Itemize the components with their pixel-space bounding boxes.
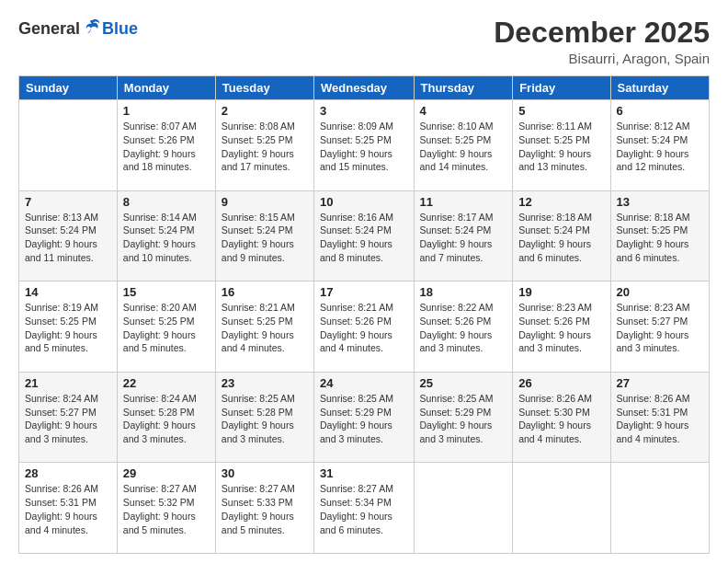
- calendar-day-21: 21Sunrise: 8:24 AMSunset: 5:27 PMDayligh…: [19, 372, 118, 463]
- calendar-day-31: 31Sunrise: 8:27 AMSunset: 5:34 PMDayligh…: [314, 463, 415, 554]
- day-info: Sunrise: 8:15 AMSunset: 5:24 PMDaylight:…: [222, 211, 308, 265]
- calendar-day-20: 20Sunrise: 8:23 AMSunset: 5:27 PMDayligh…: [610, 282, 710, 373]
- day-number: 14: [25, 285, 111, 299]
- day-info: Sunrise: 8:17 AMSunset: 5:24 PMDaylight:…: [420, 211, 507, 265]
- calendar-week-row: 21Sunrise: 8:24 AMSunset: 5:27 PMDayligh…: [19, 372, 710, 463]
- day-number: 2: [222, 104, 308, 118]
- day-info: Sunrise: 8:25 AMSunset: 5:29 PMDaylight:…: [320, 392, 408, 446]
- calendar-day-15: 15Sunrise: 8:20 AMSunset: 5:25 PMDayligh…: [117, 282, 215, 373]
- calendar-day-25: 25Sunrise: 8:25 AMSunset: 5:29 PMDayligh…: [414, 372, 513, 463]
- day-info: Sunrise: 8:13 AMSunset: 5:24 PMDaylight:…: [25, 211, 111, 265]
- day-number: 31: [320, 466, 408, 480]
- calendar-day-13: 13Sunrise: 8:18 AMSunset: 5:25 PMDayligh…: [610, 190, 710, 282]
- calendar-day-16: 16Sunrise: 8:21 AMSunset: 5:25 PMDayligh…: [215, 282, 313, 373]
- calendar-empty-cell: [19, 100, 118, 191]
- calendar-day-23: 23Sunrise: 8:25 AMSunset: 5:28 PMDayligh…: [215, 372, 313, 463]
- day-info: Sunrise: 8:24 AMSunset: 5:28 PMDaylight:…: [123, 392, 210, 446]
- day-info: Sunrise: 8:18 AMSunset: 5:25 PMDaylight:…: [617, 211, 704, 265]
- day-info: Sunrise: 8:26 AMSunset: 5:31 PMDaylight:…: [25, 482, 111, 536]
- month-title: December 2025: [494, 17, 710, 49]
- day-number: 19: [518, 285, 604, 299]
- day-info: Sunrise: 8:25 AMSunset: 5:29 PMDaylight:…: [420, 392, 507, 446]
- calendar-empty-cell: [610, 463, 710, 554]
- calendar-day-3: 3Sunrise: 8:09 AMSunset: 5:25 PMDaylight…: [314, 100, 415, 191]
- logo-bird-icon: [82, 17, 102, 40]
- day-info: Sunrise: 8:21 AMSunset: 5:26 PMDaylight:…: [320, 301, 408, 355]
- day-number: 6: [617, 104, 704, 118]
- title-area: December 2025 Bisaurri, Aragon, Spain: [494, 17, 710, 66]
- day-number: 21: [25, 376, 111, 390]
- day-info: Sunrise: 8:27 AMSunset: 5:32 PMDaylight:…: [123, 482, 210, 536]
- day-number: 8: [123, 195, 210, 209]
- day-number: 22: [123, 376, 210, 390]
- calendar-day-26: 26Sunrise: 8:26 AMSunset: 5:30 PMDayligh…: [513, 372, 610, 463]
- calendar-week-row: 7Sunrise: 8:13 AMSunset: 5:24 PMDaylight…: [19, 190, 710, 282]
- day-info: Sunrise: 8:11 AMSunset: 5:25 PMDaylight:…: [518, 120, 604, 174]
- calendar-empty-cell: [513, 463, 610, 554]
- day-info: Sunrise: 8:16 AMSunset: 5:24 PMDaylight:…: [320, 211, 408, 265]
- logo: General Blue: [18, 17, 138, 40]
- page: General Blue December 2025 Bisaurri, Ara…: [0, 0, 728, 563]
- day-info: Sunrise: 8:26 AMSunset: 5:31 PMDaylight:…: [617, 392, 704, 446]
- day-info: Sunrise: 8:09 AMSunset: 5:25 PMDaylight:…: [320, 120, 408, 174]
- day-number: 15: [123, 285, 210, 299]
- calendar-day-30: 30Sunrise: 8:27 AMSunset: 5:33 PMDayligh…: [215, 463, 313, 554]
- calendar-week-row: 28Sunrise: 8:26 AMSunset: 5:31 PMDayligh…: [19, 463, 710, 554]
- calendar-day-5: 5Sunrise: 8:11 AMSunset: 5:25 PMDaylight…: [513, 100, 610, 191]
- day-number: 5: [518, 104, 604, 118]
- day-number: 27: [617, 376, 704, 390]
- day-number: 4: [420, 104, 507, 118]
- day-header-saturday: Saturday: [610, 76, 710, 100]
- day-info: Sunrise: 8:14 AMSunset: 5:24 PMDaylight:…: [123, 211, 210, 265]
- day-number: 3: [320, 104, 408, 118]
- calendar-day-11: 11Sunrise: 8:17 AMSunset: 5:24 PMDayligh…: [414, 190, 513, 282]
- calendar-day-14: 14Sunrise: 8:19 AMSunset: 5:25 PMDayligh…: [19, 282, 118, 373]
- calendar-day-22: 22Sunrise: 8:24 AMSunset: 5:28 PMDayligh…: [117, 372, 215, 463]
- calendar-header-row: SundayMondayTuesdayWednesdayThursdayFrid…: [19, 76, 710, 100]
- calendar-day-9: 9Sunrise: 8:15 AMSunset: 5:24 PMDaylight…: [215, 190, 313, 282]
- day-info: Sunrise: 8:22 AMSunset: 5:26 PMDaylight:…: [420, 301, 507, 355]
- day-info: Sunrise: 8:26 AMSunset: 5:30 PMDaylight:…: [518, 392, 604, 446]
- day-info: Sunrise: 8:21 AMSunset: 5:25 PMDaylight:…: [222, 301, 308, 355]
- calendar-day-10: 10Sunrise: 8:16 AMSunset: 5:24 PMDayligh…: [314, 190, 415, 282]
- day-header-tuesday: Tuesday: [215, 76, 313, 100]
- logo-general-text: General: [18, 19, 80, 39]
- calendar-table: SundayMondayTuesdayWednesdayThursdayFrid…: [18, 75, 710, 554]
- calendar-day-28: 28Sunrise: 8:26 AMSunset: 5:31 PMDayligh…: [19, 463, 118, 554]
- calendar-day-12: 12Sunrise: 8:18 AMSunset: 5:24 PMDayligh…: [513, 190, 610, 282]
- day-info: Sunrise: 8:25 AMSunset: 5:28 PMDaylight:…: [222, 392, 308, 446]
- calendar-empty-cell: [414, 463, 513, 554]
- calendar-day-19: 19Sunrise: 8:23 AMSunset: 5:26 PMDayligh…: [513, 282, 610, 373]
- day-header-sunday: Sunday: [19, 76, 118, 100]
- header: General Blue December 2025 Bisaurri, Ara…: [18, 17, 710, 66]
- day-number: 20: [617, 285, 704, 299]
- day-number: 26: [518, 376, 604, 390]
- logo-blue-text: Blue: [102, 19, 138, 39]
- calendar-day-4: 4Sunrise: 8:10 AMSunset: 5:25 PMDaylight…: [414, 100, 513, 191]
- day-header-friday: Friday: [513, 76, 610, 100]
- calendar-day-1: 1Sunrise: 8:07 AMSunset: 5:26 PMDaylight…: [117, 100, 215, 191]
- day-number: 24: [320, 376, 408, 390]
- day-info: Sunrise: 8:24 AMSunset: 5:27 PMDaylight:…: [25, 392, 111, 446]
- day-info: Sunrise: 8:20 AMSunset: 5:25 PMDaylight:…: [123, 301, 210, 355]
- location-title: Bisaurri, Aragon, Spain: [494, 51, 710, 66]
- day-info: Sunrise: 8:18 AMSunset: 5:24 PMDaylight:…: [518, 211, 604, 265]
- day-number: 1: [123, 104, 210, 118]
- calendar-day-17: 17Sunrise: 8:21 AMSunset: 5:26 PMDayligh…: [314, 282, 415, 373]
- day-header-wednesday: Wednesday: [314, 76, 415, 100]
- day-info: Sunrise: 8:23 AMSunset: 5:26 PMDaylight:…: [518, 301, 604, 355]
- calendar-day-6: 6Sunrise: 8:12 AMSunset: 5:24 PMDaylight…: [610, 100, 710, 191]
- day-number: 17: [320, 285, 408, 299]
- day-number: 12: [518, 195, 604, 209]
- calendar-week-row: 14Sunrise: 8:19 AMSunset: 5:25 PMDayligh…: [19, 282, 710, 373]
- day-number: 10: [320, 195, 408, 209]
- day-header-monday: Monday: [117, 76, 215, 100]
- calendar-day-29: 29Sunrise: 8:27 AMSunset: 5:32 PMDayligh…: [117, 463, 215, 554]
- day-number: 9: [222, 195, 308, 209]
- day-number: 18: [420, 285, 507, 299]
- calendar-day-24: 24Sunrise: 8:25 AMSunset: 5:29 PMDayligh…: [314, 372, 415, 463]
- day-info: Sunrise: 8:19 AMSunset: 5:25 PMDaylight:…: [25, 301, 111, 355]
- day-number: 16: [222, 285, 308, 299]
- day-number: 30: [222, 466, 308, 480]
- day-info: Sunrise: 8:07 AMSunset: 5:26 PMDaylight:…: [123, 120, 210, 174]
